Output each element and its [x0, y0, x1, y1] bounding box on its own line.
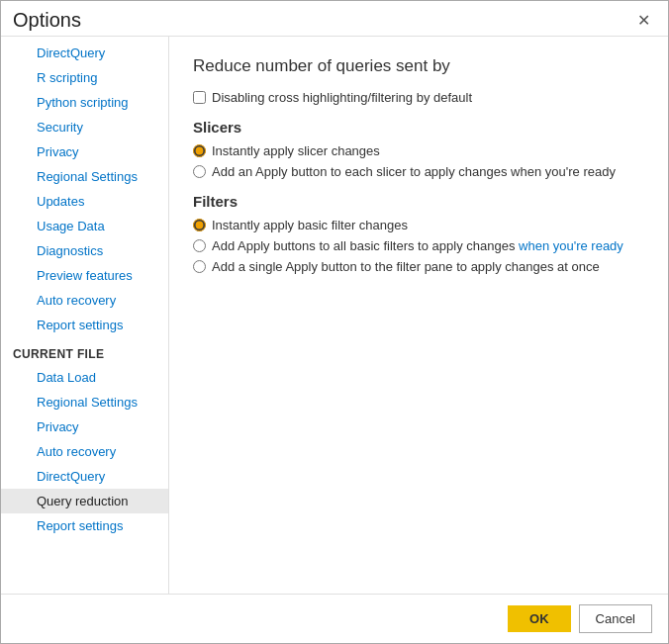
cross-highlighting-label: Disabling cross highlighting/filtering b…	[212, 90, 472, 105]
highlight-text: when you're ready	[519, 238, 623, 253]
sidebar-item-cf-directquery[interactable]: DirectQuery	[1, 464, 168, 489]
radio-row-apply-button-slicer: Add an Apply button to each slicer to ap…	[193, 164, 644, 179]
sidebar-item-report-settings[interactable]: Report settings	[1, 313, 168, 337]
content-title: Reduce number of queries sent by	[193, 56, 644, 76]
radio-label-apply-buttons-filters: Add Apply buttons to all basic filters t…	[212, 238, 623, 253]
radio-row-single-apply-filter: Add a single Apply button to the filter …	[193, 259, 644, 274]
sidebar-item-usage-data[interactable]: Usage Data	[1, 214, 168, 238]
sidebar-item-regional-settings[interactable]: Regional Settings	[1, 164, 168, 189]
title-bar: Options ✕	[1, 1, 668, 36]
radio-apply-buttons-filters[interactable]	[193, 239, 206, 252]
radio-row-instantly-filter: Instantly apply basic filter changes	[193, 218, 644, 232]
options-dialog: Options ✕ DirectQueryR scriptingPython s…	[0, 0, 669, 644]
current-file-header: CURRENT FILE	[1, 337, 168, 365]
checkbox-row: Disabling cross highlighting/filtering b…	[193, 90, 644, 105]
filters-radio-group: Instantly apply basic filter changesAdd …	[193, 218, 644, 274]
content-area: Reduce number of queries sent by Disabli…	[169, 37, 668, 594]
sidebar-item-auto-recovery[interactable]: Auto recovery	[1, 288, 168, 313]
sidebar-item-cf-privacy[interactable]: Privacy	[1, 414, 168, 439]
sidebar-item-cf-report-settings[interactable]: Report settings	[1, 513, 168, 538]
radio-apply-button-slicer[interactable]	[193, 165, 206, 178]
dialog-body: DirectQueryR scriptingPython scriptingSe…	[1, 36, 668, 594]
ok-button[interactable]: OK	[508, 605, 571, 632]
radio-single-apply-filter[interactable]	[193, 260, 206, 273]
sidebar-item-directquery[interactable]: DirectQuery	[1, 41, 168, 65]
sidebar-item-cf-regional-settings[interactable]: Regional Settings	[1, 390, 168, 414]
close-button[interactable]: ✕	[631, 11, 656, 31]
cancel-button[interactable]: Cancel	[579, 604, 652, 633]
radio-label-single-apply-filter: Add a single Apply button to the filter …	[212, 259, 600, 274]
sidebar-item-diagnostics[interactable]: Diagnostics	[1, 238, 168, 263]
sidebar-item-security[interactable]: Security	[1, 115, 168, 139]
radio-instantly-filter[interactable]	[193, 219, 206, 231]
slicers-title: Slicers	[193, 119, 644, 136]
sidebar-item-preview-features[interactable]: Preview features	[1, 263, 168, 288]
sidebar-item-r-scripting[interactable]: R scripting	[1, 65, 168, 90]
dialog-footer: OK Cancel	[1, 594, 668, 643]
radio-instantly-slicer[interactable]	[193, 144, 206, 157]
slicers-radio-group: Instantly apply slicer changesAdd an App…	[193, 143, 644, 179]
sidebar-item-privacy[interactable]: Privacy	[1, 139, 168, 164]
sidebar-item-data-load[interactable]: Data Load	[1, 365, 168, 390]
dialog-title: Options	[13, 9, 81, 32]
radio-label-instantly-filter: Instantly apply basic filter changes	[212, 218, 408, 232]
cross-highlighting-checkbox[interactable]	[193, 91, 206, 104]
radio-label-apply-button-slicer: Add an Apply button to each slicer to ap…	[212, 164, 616, 179]
current-file-nav: Data LoadRegional SettingsPrivacyAuto re…	[1, 365, 168, 538]
sidebar-item-cf-auto-recovery[interactable]: Auto recovery	[1, 439, 168, 464]
global-nav: DirectQueryR scriptingPython scriptingSe…	[1, 41, 168, 337]
sidebar: DirectQueryR scriptingPython scriptingSe…	[1, 37, 169, 594]
radio-label-instantly-slicer: Instantly apply slicer changes	[212, 143, 380, 158]
sidebar-scroll[interactable]: DirectQueryR scriptingPython scriptingSe…	[1, 37, 168, 594]
radio-row-instantly-slicer: Instantly apply slicer changes	[193, 143, 644, 158]
sidebar-item-updates[interactable]: Updates	[1, 189, 168, 214]
sidebar-item-python-scripting[interactable]: Python scripting	[1, 90, 168, 115]
sidebar-item-cf-query-reduction[interactable]: Query reduction	[1, 489, 168, 513]
filters-title: Filters	[193, 193, 644, 210]
radio-row-apply-buttons-filters: Add Apply buttons to all basic filters t…	[193, 238, 644, 253]
